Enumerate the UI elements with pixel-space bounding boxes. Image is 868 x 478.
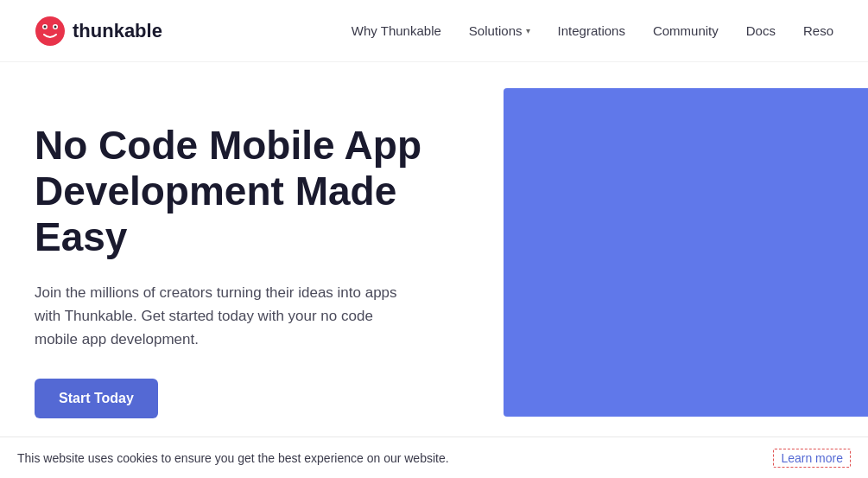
- svg-point-0: [35, 16, 65, 46]
- logo-text: thunkable: [73, 20, 162, 42]
- navbar: thunkable Why Thunkable Solutions ▾ Inte…: [0, 0, 868, 62]
- start-today-button[interactable]: Start Today: [35, 379, 158, 418]
- learn-more-link[interactable]: Learn more: [773, 449, 851, 468]
- hero-title: No Code Mobile App Development Made Easy: [35, 123, 474, 260]
- nav-links: Why Thunkable Solutions ▾ Integrations C…: [352, 23, 833, 38]
- nav-why-thunkable[interactable]: Why Thunkable: [352, 23, 441, 38]
- nav-resources[interactable]: Reso: [803, 23, 833, 38]
- hero-visual-block: [504, 88, 868, 417]
- logo-area[interactable]: thunkable: [35, 16, 162, 47]
- nav-community[interactable]: Community: [653, 23, 719, 38]
- svg-point-3: [44, 25, 47, 28]
- thunkable-logo-icon: [35, 16, 66, 47]
- nav-solutions[interactable]: Solutions ▾: [469, 23, 530, 38]
- cookie-text: This website uses cookies to ensure you …: [17, 451, 766, 465]
- chevron-down-icon: ▾: [526, 26, 530, 35]
- nav-integrations[interactable]: Integrations: [558, 23, 625, 38]
- svg-point-4: [54, 25, 57, 28]
- hero-section: No Code Mobile App Development Made Easy…: [0, 62, 868, 437]
- hero-content: No Code Mobile App Development Made Easy…: [35, 114, 474, 418]
- hero-subtitle: Join the millions of creators turning th…: [35, 281, 406, 352]
- nav-docs[interactable]: Docs: [746, 23, 776, 38]
- cookie-banner: This website uses cookies to ensure you …: [0, 437, 868, 478]
